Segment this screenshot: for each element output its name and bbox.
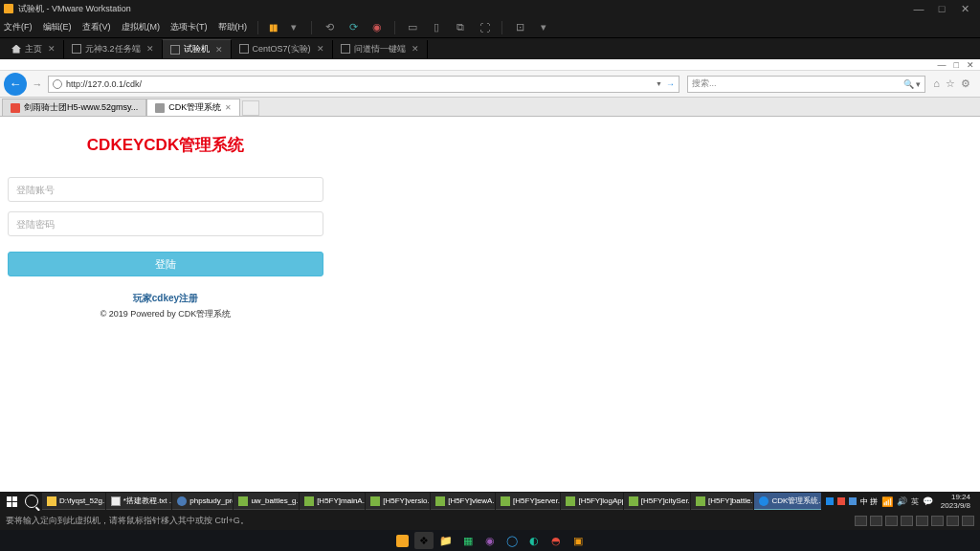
menu-vm[interactable]: 虚拟机(M) [122, 21, 161, 33]
tab-close-icon[interactable]: ✕ [412, 44, 419, 54]
app-icon [501, 496, 510, 506]
vmware-max-button[interactable]: □ [930, 3, 953, 14]
guest-taskbar-item[interactable]: phpstudy_pro [172, 493, 233, 510]
tab-close-icon[interactable]: ✕ [146, 44, 154, 54]
fullscreen-icon[interactable]: ⛶ [478, 21, 491, 34]
guest-taskbar-item[interactable]: [H5FY]logApp [561, 493, 622, 510]
guest-taskbar-item[interactable]: CDK管理系统... [754, 493, 820, 510]
tray-icon[interactable] [837, 497, 845, 505]
tray-sound-icon[interactable]: 🔊 [897, 496, 907, 506]
pause-icon[interactable]: ▮▮ [269, 22, 277, 33]
host-app-icon[interactable]: 📁 [436, 532, 456, 549]
app-icon [370, 496, 380, 506]
vm-tab-4[interactable]: 问道情一键端✕ [333, 40, 428, 58]
tray-icon[interactable] [826, 497, 834, 505]
ie-home-icon[interactable]: ⌂ [933, 77, 940, 90]
tray-wifi-icon[interactable]: 📶 [881, 496, 893, 507]
ie-refresh-icon[interactable]: → [666, 79, 675, 89]
guest-search-icon[interactable] [25, 495, 38, 508]
search-icon[interactable]: 🔍 [903, 79, 914, 89]
tab-close-icon[interactable]: ✕ [317, 44, 324, 54]
unity-dd-icon[interactable]: ▾ [537, 21, 550, 34]
ie-max-button[interactable]: □ [954, 60, 959, 70]
ie-gear-icon[interactable]: ⚙ [961, 77, 970, 90]
host-app-icon[interactable] [392, 532, 412, 549]
tray-ime[interactable]: 英 [911, 496, 919, 507]
guest-taskbar-item[interactable]: [H5FY]citySer... [624, 493, 690, 510]
app-icon [759, 496, 768, 506]
window3-icon[interactable]: ⧉ [454, 21, 467, 34]
window-icon[interactable]: ▭ [406, 21, 419, 34]
guest-start-button[interactable] [2, 494, 21, 509]
ie-address-bar[interactable]: http://127.0.0.1/cdk/ ▼ → [48, 76, 679, 93]
guest-taskbar-item[interactable]: [H5FY]battle... [691, 493, 753, 510]
login-button[interactable]: 登陆 [8, 252, 323, 276]
taskbar-item-label: [H5FY]citySer... [641, 496, 690, 505]
status-device-icon[interactable] [947, 516, 959, 526]
guest-clock[interactable]: 19:24 2023/9/8 [937, 493, 974, 510]
vm-icon [170, 45, 180, 55]
status-device-icon[interactable] [855, 516, 867, 526]
status-device-icon[interactable] [885, 516, 898, 526]
guest-taskbar-item[interactable]: [H5FY]versio... [366, 493, 430, 510]
ie-search-box[interactable]: 搜索... 🔍 ▾ [687, 76, 925, 93]
ie-fav-icon[interactable]: ☆ [946, 77, 955, 90]
username-input[interactable] [8, 177, 323, 202]
register-link[interactable]: 玩家cdkey注册 [8, 292, 323, 305]
status-device-icon[interactable] [916, 516, 928, 526]
menu-view[interactable]: 查看(V) [82, 21, 111, 33]
snapshot-icon[interactable]: ⟲ [323, 21, 336, 34]
toolbar-dropdown-icon[interactable]: ▾ [287, 21, 301, 34]
tray-icon[interactable] [849, 497, 857, 505]
host-app-icon[interactable]: ▣ [568, 532, 588, 549]
ie-url-text: http://127.0.0.1/cdk/ [66, 79, 142, 89]
guest-taskbar-item[interactable]: [H5FY]mainA... [300, 493, 365, 510]
tab-close-icon[interactable]: ✕ [215, 45, 223, 55]
ie-tab-active[interactable]: CDK管理系统✕ [146, 99, 240, 116]
tray-lang[interactable]: 中 拼 [860, 496, 878, 507]
host-app-icon[interactable]: ▦ [458, 532, 478, 549]
password-input[interactable] [8, 211, 323, 236]
host-app-icon[interactable]: ◉ [480, 532, 500, 549]
url-dropdown-icon[interactable]: ▼ [656, 80, 662, 87]
guest-taskbar-item[interactable]: uw_battles_g... [234, 493, 299, 510]
vm-tab-1[interactable]: 元神3.2任务端✕ [64, 40, 163, 58]
guest-taskbar-item[interactable]: *搭建教程.txt ... [106, 493, 171, 510]
tab-close-icon[interactable]: ✕ [225, 103, 232, 112]
search-dd-icon[interactable]: ▾ [916, 79, 921, 89]
ie-back-button[interactable]: ← [4, 73, 27, 96]
tray-notif-icon[interactable]: 💬 [923, 496, 933, 506]
vm-tab-active[interactable]: 试验机✕ [163, 39, 232, 58]
status-device-icon[interactable] [870, 516, 882, 526]
menu-file[interactable]: 文件(F) [4, 21, 33, 33]
ie-new-tab-button[interactable] [242, 100, 259, 116]
ie-forward-button[interactable]: → [29, 76, 46, 93]
vmware-min-button[interactable]: — [907, 3, 930, 14]
host-app-icon[interactable]: ❖ [414, 532, 434, 549]
snapshot2-icon[interactable]: ⟳ [346, 21, 360, 34]
vm-tab-home[interactable]: 主页✕ [4, 40, 64, 58]
app-icon [435, 496, 445, 506]
guest-taskbar-item[interactable]: [H5FY]server... [496, 493, 560, 510]
tab-close-icon[interactable]: ✕ [48, 44, 56, 54]
ie-min-button[interactable]: — [938, 60, 947, 70]
snapshot3-icon[interactable]: ◉ [370, 21, 384, 34]
menu-help[interactable]: 帮助(H) [218, 21, 248, 33]
ie-tab-0[interactable]: 剑雨骑士团H5-www.52gmsy... [2, 99, 146, 116]
status-device-icon[interactable] [931, 516, 944, 526]
host-app-icon[interactable]: ◐ [524, 532, 544, 549]
guest-taskbar-item[interactable]: D:\fyqst_52g... [42, 493, 105, 510]
ie-close-button[interactable]: ✕ [967, 60, 974, 70]
status-device-icon[interactable] [962, 516, 974, 526]
guest-taskbar-item[interactable]: [H5FY]viewA... [431, 493, 495, 510]
menu-edit[interactable]: 编辑(E) [43, 21, 72, 33]
window2-icon[interactable]: ▯ [430, 21, 443, 34]
vmware-close-button[interactable]: ✕ [953, 3, 976, 15]
menu-tabs[interactable]: 选项卡(T) [170, 21, 208, 33]
vm-tab-3[interactable]: CentOS7(实验)✕ [232, 40, 333, 58]
host-app-icon[interactable]: ◓ [546, 532, 566, 549]
taskbar-item-label: *搭建教程.txt ... [123, 496, 171, 506]
host-app-icon[interactable]: ◯ [502, 532, 522, 549]
status-device-icon[interactable] [901, 516, 913, 526]
unity-icon[interactable]: ⊡ [513, 21, 526, 34]
